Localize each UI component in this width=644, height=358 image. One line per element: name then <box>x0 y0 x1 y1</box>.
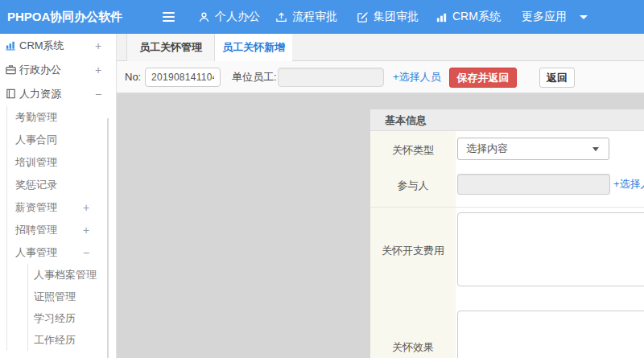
collapse-minus-icon[interactable]: − <box>80 241 93 264</box>
care-type-label: 关怀类型 <box>370 143 456 158</box>
flow-approval-icon <box>275 11 287 23</box>
participants-label: 参与人 <box>370 179 456 193</box>
main-area: 员工关怀管理 员工关怀新增 No: 单位员工: +选择人员 保存并返回 返回 基… <box>117 34 644 358</box>
nav-item-label: 流程审批 <box>292 10 337 24</box>
basic-info-section-header: 基本信息 <box>370 109 644 131</box>
sidebar-item-certificates[interactable]: 证照管理 <box>28 286 116 307</box>
nav-item-label: 个人办公 <box>215 10 260 24</box>
nav-item-label: 集团审批 <box>374 10 419 24</box>
no-input[interactable] <box>145 68 221 87</box>
nav-item-more-apps[interactable]: 更多应用 <box>522 0 588 34</box>
unit-employee-input[interactable] <box>278 68 384 87</box>
sidebar-item-hr-contract[interactable]: 人事合同 <box>7 129 116 151</box>
caret-down-icon <box>580 15 588 19</box>
nav-item-label: CRM系统 <box>452 10 501 24</box>
row-divider <box>370 207 644 208</box>
sidebar-item-label: 考勤管理 <box>15 111 57 123</box>
sidebar-item-label: CRM系统 <box>19 39 64 51</box>
sidebar-item-personnel[interactable]: 人事管理 − <box>7 241 116 264</box>
sidebar-item-label: 行政办公 <box>19 64 61 76</box>
sidebar-item-label: 人力资源 <box>19 88 61 100</box>
care-effect-textarea[interactable] <box>457 311 644 358</box>
book-icon <box>5 88 17 100</box>
top-navbar: PHPOA协同办公软件 个人办公 流程审批 集团审批 CRM系统 更多应用 <box>0 0 644 34</box>
tab-employee-care-management[interactable]: 员工关怀管理 <box>126 34 215 61</box>
personnel-submenu: 人事档案管理 证照管理 学习经历 工作经历 <box>27 264 116 351</box>
unit-employee-label: 单位员工: <box>232 61 277 93</box>
participants-input[interactable] <box>457 174 610 195</box>
sidebar-item-salary[interactable]: 薪资管理 + <box>7 196 116 219</box>
care-effect-label: 关怀效果 <box>370 340 456 355</box>
sidebar-item-personnel-files[interactable]: 人事档案管理 <box>28 264 116 286</box>
back-button[interactable]: 返回 <box>539 68 575 88</box>
edit-square-icon <box>357 11 369 23</box>
tab-bar: 员工关怀管理 员工关怀新增 <box>117 34 644 61</box>
sidebar-item-label: 奖惩记录 <box>15 179 57 191</box>
form-toolbar: No: 单位员工: +选择人员 保存并返回 返回 <box>117 61 644 93</box>
sidebar-item-education-history[interactable]: 学习经历 <box>28 307 116 329</box>
expand-plus-icon[interactable]: + <box>80 219 93 241</box>
sidebar-item-label: 培训管理 <box>15 156 57 168</box>
hr-submenu: 考勤管理 人事合同 培训管理 奖惩记录 薪资管理 + 招聘管理 + 人事管理 −… <box>6 106 116 351</box>
sidebar-item-label: 学习经历 <box>34 312 76 324</box>
select-participants-link[interactable]: +选择人员 <box>613 174 644 195</box>
sidebar-item-label: 工作经历 <box>34 334 76 346</box>
collapse-minus-icon[interactable]: − <box>92 82 105 106</box>
sidebar-item-crm[interactable]: CRM系统 + <box>0 34 116 58</box>
bar-chart-icon <box>5 39 17 51</box>
bar-chart-icon <box>436 11 448 23</box>
nav-item-flow-approval[interactable]: 流程审批 <box>275 0 337 34</box>
caret-down-icon <box>592 147 599 151</box>
sidebar-item-label: 证照管理 <box>34 290 76 302</box>
expand-plus-icon[interactable]: + <box>80 196 93 219</box>
selected-option-text: 选择内容 <box>466 142 508 154</box>
sidebar-item-label: 薪资管理 <box>15 201 57 213</box>
expand-plus-icon[interactable]: + <box>92 58 105 82</box>
sidebar-item-recruitment[interactable]: 招聘管理 + <box>7 219 116 241</box>
user-icon <box>198 11 210 23</box>
nav-item-group-approval[interactable]: 集团审批 <box>357 0 419 34</box>
briefcase-icon <box>5 64 17 76</box>
care-expense-textarea[interactable] <box>457 212 644 286</box>
sidebar-item-label: 人事管理 <box>15 246 57 258</box>
sidebar-item-rewards[interactable]: 奖惩记录 <box>7 174 116 196</box>
sidebar-item-work-history[interactable]: 工作经历 <box>28 329 116 351</box>
sidebar-item-human-resources[interactable]: 人力资源 − <box>0 82 116 106</box>
expand-plus-icon[interactable]: + <box>92 34 105 58</box>
care-type-select[interactable]: 选择内容 <box>457 138 609 160</box>
sidebar-item-label: 人事合同 <box>15 134 57 146</box>
nav-item-crm-system[interactable]: CRM系统 <box>436 0 501 34</box>
save-and-return-button[interactable]: 保存并返回 <box>449 68 517 88</box>
sidebar: CRM系统 + 行政办公 + 人力资源 − 考勤管理 人事合同 培训管理 奖惩记… <box>0 34 117 358</box>
sidebar-item-training[interactable]: 培训管理 <box>7 151 116 174</box>
care-expense-label: 关怀开支费用 <box>370 244 456 258</box>
nav-item-label: 更多应用 <box>522 10 567 24</box>
sidebar-item-label: 招聘管理 <box>15 224 57 236</box>
tab-employee-care-new[interactable]: 员工关怀新增 <box>215 34 292 62</box>
content-workspace: 基本信息 关怀类型 选择内容 参与人 +选择人员 关怀开支费用 关怀效果 <box>117 93 644 358</box>
no-label: No: <box>125 61 141 93</box>
nav-item-personal-office[interactable]: 个人办公 <box>198 0 260 34</box>
select-person-link[interactable]: +选择人员 <box>393 61 441 93</box>
sidebar-scrollbar[interactable] <box>107 118 109 358</box>
sidebar-item-attendance[interactable]: 考勤管理 <box>7 106 116 129</box>
hamburger-icon[interactable] <box>163 12 175 22</box>
app-logo: PHPOA协同办公软件 <box>7 0 122 34</box>
sidebar-item-admin-office[interactable]: 行政办公 + <box>0 58 116 82</box>
sidebar-item-label: 人事档案管理 <box>34 269 97 281</box>
